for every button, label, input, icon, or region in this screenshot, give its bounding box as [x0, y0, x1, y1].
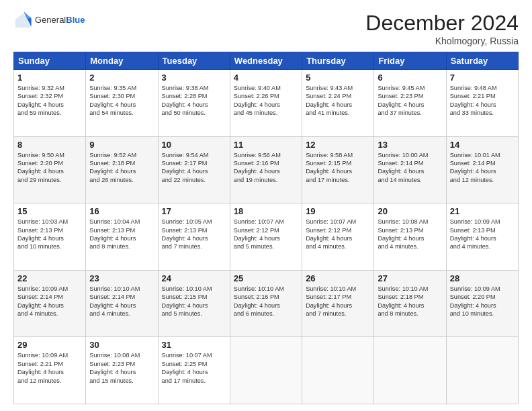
- day-number: 10: [162, 140, 226, 150]
- table-row: 11Sunrise: 9:56 AMSunset: 2:16 PMDayligh…: [230, 136, 302, 203]
- sunrise-text: Sunrise: 9:38 AM: [162, 85, 209, 91]
- daylight-hours: Daylight: 4 hours: [17, 101, 64, 108]
- cell-text: Sunrise: 10:09 AMSunset: 2:13 PMDaylight…: [450, 218, 515, 251]
- table-row: 4Sunrise: 9:40 AMSunset: 2:26 PMDaylight…: [230, 70, 302, 137]
- daylight-minutes: and 6 minutes.: [234, 310, 274, 317]
- daylight-hours: Daylight: 4 hours: [234, 235, 280, 242]
- sunrise-text: Sunrise: 10:01 AM: [450, 152, 500, 158]
- sunset-text: Sunset: 2:20 PM: [450, 293, 496, 300]
- sunrise-text: Sunrise: 10:03 AM: [17, 218, 68, 225]
- sunset-text: Sunset: 2:12 PM: [234, 227, 279, 234]
- sunset-text: Sunset: 2:25 PM: [162, 361, 208, 367]
- table-row: 10Sunrise: 9:54 AMSunset: 2:17 PMDayligh…: [158, 136, 230, 203]
- cell-text: Sunrise: 10:09 AMSunset: 2:21 PMDaylight…: [17, 351, 82, 385]
- sunset-text: Sunset: 2:16 PM: [234, 293, 279, 300]
- table-row: 12Sunrise: 9:58 AMSunset: 2:15 PMDayligh…: [302, 136, 374, 203]
- table-row: 19Sunrise: 10:07 AMSunset: 2:12 PMDaylig…: [302, 203, 374, 271]
- daylight-hours: Daylight: 4 hours: [89, 302, 136, 309]
- cell-text: Sunrise: 10:10 AMSunset: 2:15 PMDaylight…: [162, 285, 226, 318]
- logo-text: GeneralBlue: [35, 15, 85, 26]
- cell-text: Sunrise: 10:08 AMSunset: 2:23 PMDaylight…: [89, 351, 154, 385]
- table-row: 23Sunrise: 10:10 AMSunset: 2:14 PMDaylig…: [86, 270, 158, 337]
- table-row: 3Sunrise: 9:38 AMSunset: 2:28 PMDaylight…: [158, 70, 230, 137]
- daylight-hours: Daylight: 4 hours: [17, 235, 64, 242]
- calendar-week-5: 29Sunrise: 10:09 AMSunset: 2:21 PMDaylig…: [14, 337, 519, 404]
- daylight-hours: Daylight: 4 hours: [378, 168, 424, 175]
- daylight-hours: Daylight: 4 hours: [450, 302, 496, 309]
- generalblue-logo-icon: [13, 11, 32, 30]
- sunset-text: Sunset: 2:16 PM: [234, 160, 279, 167]
- day-number: 18: [234, 206, 298, 216]
- daylight-minutes: and 22 minutes.: [162, 177, 206, 183]
- daylight-minutes: and 17 minutes.: [306, 177, 349, 183]
- table-row: 31Sunrise: 10:07 AMSunset: 2:25 PMDaylig…: [158, 337, 230, 404]
- table-row: 27Sunrise: 10:10 AMSunset: 2:18 PMDaylig…: [374, 270, 446, 337]
- daylight-minutes: and 7 minutes.: [162, 243, 202, 250]
- cell-text: Sunrise: 10:07 AMSunset: 2:12 PMDaylight…: [234, 218, 298, 251]
- day-number: 3: [162, 73, 226, 83]
- sunset-text: Sunset: 2:13 PM: [89, 227, 135, 234]
- day-number: 8: [17, 140, 82, 150]
- daylight-minutes: and 12 minutes.: [17, 377, 61, 384]
- daylight-hours: Daylight: 4 hours: [234, 302, 280, 309]
- daylight-hours: Daylight: 4 hours: [306, 235, 352, 242]
- daylight-hours: Daylight: 4 hours: [378, 101, 424, 108]
- sunrise-text: Sunrise: 10:08 AM: [378, 218, 428, 225]
- cell-text: Sunrise: 9:58 AMSunset: 2:15 PMDaylight:…: [306, 151, 370, 185]
- day-number: 23: [89, 273, 154, 283]
- col-tuesday: Tuesday: [158, 52, 230, 70]
- sunrise-text: Sunrise: 10:09 AM: [17, 285, 68, 292]
- day-number: 4: [234, 73, 298, 83]
- cell-text: Sunrise: 9:38 AMSunset: 2:28 PMDaylight:…: [162, 84, 226, 118]
- daylight-hours: Daylight: 4 hours: [450, 168, 496, 175]
- sunset-text: Sunset: 2:15 PM: [162, 293, 208, 300]
- table-row: 16Sunrise: 10:04 AMSunset: 2:13 PMDaylig…: [86, 203, 158, 271]
- cell-text: Sunrise: 9:43 AMSunset: 2:24 PMDaylight:…: [306, 84, 370, 118]
- table-row: 5Sunrise: 9:43 AMSunset: 2:24 PMDaylight…: [302, 70, 374, 137]
- daylight-minutes: and 4 minutes.: [378, 243, 418, 250]
- sunset-text: Sunset: 2:15 PM: [306, 160, 351, 167]
- table-row: 17Sunrise: 10:05 AMSunset: 2:13 PMDaylig…: [158, 203, 230, 271]
- cell-text: Sunrise: 9:54 AMSunset: 2:17 PMDaylight:…: [162, 151, 226, 185]
- day-number: 27: [378, 273, 442, 283]
- table-row: [446, 337, 518, 404]
- sunset-text: Sunset: 2:21 PM: [17, 361, 63, 367]
- sunrise-text: Sunrise: 10:00 AM: [378, 152, 428, 158]
- day-number: 26: [306, 273, 370, 283]
- sunrise-text: Sunrise: 9:54 AM: [162, 152, 209, 158]
- cell-text: Sunrise: 10:00 AMSunset: 2:14 PMDaylight…: [378, 151, 442, 185]
- table-row: 6Sunrise: 9:45 AMSunset: 2:23 PMDaylight…: [374, 70, 446, 137]
- day-number: 6: [378, 73, 442, 83]
- day-number: 11: [234, 140, 298, 150]
- table-row: 2Sunrise: 9:35 AMSunset: 2:30 PMDaylight…: [86, 70, 158, 137]
- cell-text: Sunrise: 10:01 AMSunset: 2:14 PMDaylight…: [450, 151, 515, 185]
- title-block: December 2024 Kholmogory, Russia: [365, 11, 519, 46]
- day-number: 31: [162, 340, 226, 350]
- page: GeneralBlue December 2024 Kholmogory, Ru…: [0, 0, 532, 411]
- sunrise-text: Sunrise: 9:52 AM: [89, 152, 136, 158]
- sunset-text: Sunset: 2:14 PM: [89, 293, 135, 300]
- daylight-hours: Daylight: 4 hours: [450, 101, 496, 108]
- sunset-text: Sunset: 2:23 PM: [89, 361, 135, 367]
- table-row: 26Sunrise: 10:10 AMSunset: 2:17 PMDaylig…: [302, 270, 374, 337]
- daylight-minutes: and 4 minutes.: [89, 310, 130, 317]
- logo-blue: Blue: [66, 15, 85, 25]
- daylight-hours: Daylight: 4 hours: [378, 302, 424, 309]
- sunset-text: Sunset: 2:13 PM: [378, 227, 423, 234]
- daylight-minutes: and 19 minutes.: [234, 177, 277, 183]
- sunset-text: Sunset: 2:17 PM: [306, 293, 351, 300]
- daylight-minutes: and 45 minutes.: [234, 109, 277, 116]
- col-wednesday: Wednesday: [230, 52, 302, 70]
- sunset-text: Sunset: 2:20 PM: [17, 160, 63, 167]
- table-row: 1Sunrise: 9:32 AMSunset: 2:32 PMDaylight…: [14, 70, 86, 137]
- col-friday: Friday: [374, 52, 446, 70]
- calendar-week-4: 22Sunrise: 10:09 AMSunset: 2:14 PMDaylig…: [14, 270, 519, 337]
- table-row: 20Sunrise: 10:08 AMSunset: 2:13 PMDaylig…: [374, 203, 446, 271]
- day-number: 24: [162, 273, 226, 283]
- sunrise-text: Sunrise: 10:10 AM: [378, 285, 428, 292]
- cell-text: Sunrise: 9:45 AMSunset: 2:23 PMDaylight:…: [378, 84, 442, 118]
- daylight-minutes: and 4 minutes.: [17, 310, 58, 317]
- sunrise-text: Sunrise: 10:07 AM: [306, 218, 356, 225]
- day-number: 7: [450, 73, 515, 83]
- sunrise-text: Sunrise: 10:07 AM: [162, 352, 212, 359]
